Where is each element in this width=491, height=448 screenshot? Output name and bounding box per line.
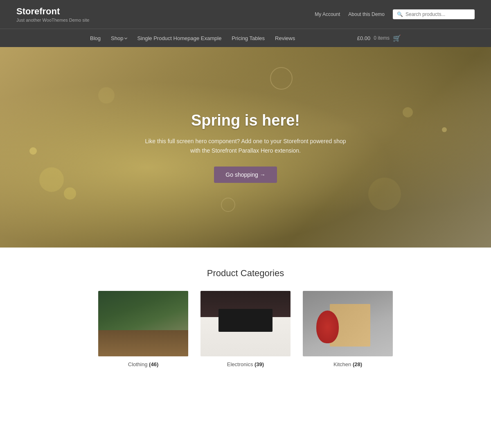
brand-name: Storefront (16, 6, 89, 17)
kitchen-image (303, 291, 393, 356)
brand[interactable]: Storefront Just another WooThemes Demo s… (16, 6, 89, 23)
top-bar: Storefront Just another WooThemes Demo s… (0, 0, 491, 29)
search-box: 🔍 (393, 9, 475, 19)
cart-area[interactable]: £0.00 0 items 🛒 (357, 34, 401, 42)
clothing-image (98, 291, 188, 356)
categories-title: Product Categories (16, 268, 475, 279)
nav-links: Blog Shop Single Product Homepage Exampl… (90, 35, 295, 41)
my-account-link[interactable]: My Account (315, 11, 340, 17)
brand-tagline: Just another WooThemes Demo site (16, 18, 89, 23)
electronics-image (200, 291, 291, 356)
category-clothing[interactable]: Clothing (46) (98, 291, 188, 368)
electronics-count: (39) (255, 361, 264, 367)
electronics-label: Electronics (39) (227, 361, 264, 367)
shop-dropdown-icon (124, 36, 127, 39)
clothing-count: (46) (149, 361, 158, 367)
cart-count: 0 items (374, 35, 390, 41)
kitchen-count: (28) (353, 361, 362, 367)
nav-reviews[interactable]: Reviews (275, 35, 295, 41)
clothing-label: Clothing (46) (128, 361, 158, 367)
categories-grid: Clothing (46) Electronics (39) Kitchen (… (16, 291, 475, 368)
top-right: My Account About this Demo 🔍 (315, 9, 475, 19)
hero-title: Spring is here! (143, 112, 348, 129)
cart-icon[interactable]: 🛒 (393, 34, 401, 42)
search-input[interactable] (405, 11, 471, 17)
cart-price: £0.00 (357, 35, 371, 41)
hero-cta-button[interactable]: Go shopping → (214, 167, 277, 183)
nav-shop[interactable]: Shop (111, 35, 127, 41)
nav-pricing-tables[interactable]: Pricing Tables (232, 35, 265, 41)
category-electronics[interactable]: Electronics (39) (200, 291, 291, 368)
about-demo-link[interactable]: About this Demo (348, 11, 385, 17)
main-nav: Blog Shop Single Product Homepage Exampl… (0, 29, 491, 47)
hero-section: Spring is here! Like this full screen he… (0, 47, 491, 248)
categories-section: Product Categories Clothing (46) Electro… (0, 248, 491, 384)
nav-blog[interactable]: Blog (90, 35, 101, 41)
nav-single-product[interactable]: Single Product Homepage Example (137, 35, 221, 41)
search-icon: 🔍 (397, 11, 403, 17)
category-kitchen[interactable]: Kitchen (28) (303, 291, 393, 368)
kitchen-label: Kitchen (28) (333, 361, 362, 367)
hero-content: Spring is here! Like this full screen he… (143, 112, 348, 183)
hero-subtitle: Like this full screen hero component? Ad… (143, 137, 348, 155)
